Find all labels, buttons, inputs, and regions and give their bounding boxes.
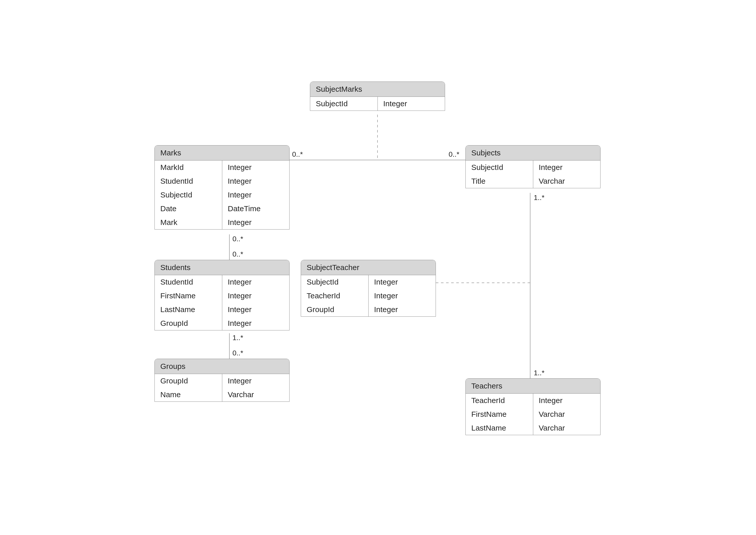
- entity-subjectmarks: SubjectMarks SubjectId Integer: [310, 81, 445, 111]
- field-type: Varchar: [533, 421, 600, 435]
- table-row: Title Varchar: [466, 174, 600, 188]
- field-name: Date: [155, 202, 222, 215]
- field-name: TeacherId: [466, 394, 533, 408]
- entity-title: Marks: [155, 146, 289, 160]
- multiplicity-subjects-teachers-top: 1..*: [534, 194, 544, 202]
- field-type: Varchar: [222, 388, 289, 402]
- multiplicity-marks-subjects-right: 0..*: [449, 150, 459, 158]
- entity-title: SubjectMarks: [310, 82, 445, 97]
- field-type: Integer: [222, 316, 289, 330]
- field-type: Integer: [222, 215, 289, 229]
- table-row: SubjectId Integer: [155, 188, 289, 202]
- field-name: SubjectId: [310, 97, 377, 111]
- table-row: FirstName Integer: [155, 289, 289, 303]
- table-row: LastName Integer: [155, 303, 289, 316]
- field-type: Integer: [222, 374, 289, 388]
- field-type: Integer: [533, 160, 600, 174]
- field-type: Integer: [533, 394, 600, 408]
- multiplicity-subjects-teachers-bottom: 1..*: [534, 369, 544, 377]
- entity-marks: Marks MarkId Integer StudentId Integer S…: [155, 145, 290, 230]
- field-name: GroupId: [155, 374, 222, 388]
- field-name: SubjectId: [466, 160, 533, 174]
- table-row: TeacherId Integer: [301, 289, 436, 303]
- field-type: Integer: [222, 289, 289, 303]
- entity-title: SubjectTeacher: [301, 260, 436, 275]
- field-type: Varchar: [533, 408, 600, 421]
- field-type: Integer: [368, 289, 436, 303]
- field-name: SubjectId: [155, 188, 222, 202]
- entity-title: Subjects: [466, 146, 600, 160]
- table-row: StudentId Integer: [155, 174, 289, 188]
- table-row: StudentId Integer: [155, 275, 289, 289]
- er-diagram: SubjectMarks SubjectId Integer Marks Mar…: [0, 0, 756, 535]
- table-row: LastName Varchar: [466, 421, 600, 435]
- entity-students: Students StudentId Integer FirstName Int…: [155, 260, 290, 330]
- field-name: Mark: [155, 215, 222, 229]
- entity-title: Students: [155, 260, 289, 275]
- field-type: Integer: [368, 303, 436, 316]
- multiplicity-marks-subjects-left: 0..*: [292, 150, 303, 158]
- entity-subjectteacher: SubjectTeacher SubjectId Integer Teacher…: [301, 260, 436, 317]
- entity-subjects: Subjects SubjectId Integer Title Varchar: [465, 145, 600, 188]
- table-row: TeacherId Integer: [466, 394, 600, 408]
- entity-title: Teachers: [466, 379, 600, 394]
- field-type: Integer: [368, 275, 436, 289]
- field-type: Integer: [222, 275, 289, 289]
- table-row: Name Varchar: [155, 388, 289, 402]
- field-name: TeacherId: [301, 289, 368, 303]
- field-name: Title: [466, 174, 533, 188]
- field-name: LastName: [466, 421, 533, 435]
- field-name: Name: [155, 388, 222, 402]
- table-row: FirstName Varchar: [466, 408, 600, 421]
- field-name: MarkId: [155, 160, 222, 174]
- entity-groups: Groups GroupId Integer Name Varchar: [155, 359, 290, 402]
- field-name: GroupId: [301, 303, 368, 316]
- multiplicity-students-groups-top: 1..*: [232, 334, 243, 342]
- field-type: Integer: [377, 97, 445, 111]
- field-name: StudentId: [155, 174, 222, 188]
- field-name: SubjectId: [301, 275, 368, 289]
- field-type: DateTime: [222, 202, 289, 215]
- multiplicity-students-groups-bottom: 0..*: [232, 349, 243, 357]
- multiplicity-marks-students-bottom: 0..*: [232, 250, 243, 258]
- table-row: GroupId Integer: [155, 316, 289, 330]
- field-name: FirstName: [466, 408, 533, 421]
- field-name: StudentId: [155, 275, 222, 289]
- multiplicity-marks-students-top: 0..*: [232, 235, 243, 243]
- field-type: Integer: [222, 174, 289, 188]
- field-type: Varchar: [533, 174, 600, 188]
- table-row: SubjectId Integer: [466, 160, 600, 174]
- table-row: SubjectId Integer: [301, 275, 436, 289]
- field-type: Integer: [222, 160, 289, 174]
- table-row: GroupId Integer: [301, 303, 436, 316]
- table-row: SubjectId Integer: [310, 97, 445, 111]
- field-type: Integer: [222, 303, 289, 316]
- table-row: Date DateTime: [155, 202, 289, 215]
- field-name: FirstName: [155, 289, 222, 303]
- table-row: GroupId Integer: [155, 374, 289, 388]
- entity-title: Groups: [155, 359, 289, 374]
- field-name: GroupId: [155, 316, 222, 330]
- field-type: Integer: [222, 188, 289, 202]
- field-name: LastName: [155, 303, 222, 316]
- table-row: MarkId Integer: [155, 160, 289, 174]
- table-row: Mark Integer: [155, 215, 289, 229]
- entity-teachers: Teachers TeacherId Integer FirstName Var…: [465, 378, 600, 435]
